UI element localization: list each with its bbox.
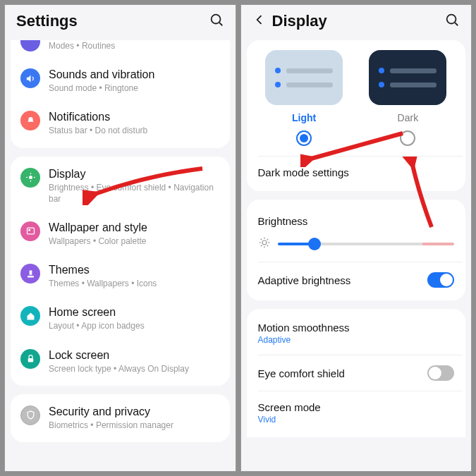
- shield-icon: [20, 405, 40, 425]
- svg-line-11: [455, 23, 458, 25]
- settings-item-label: Themes: [49, 264, 220, 276]
- row-label: Dark mode settings: [258, 166, 349, 178]
- display-screen: Display Light: [240, 4, 472, 472]
- settings-card: Modes • Routines Sounds and vibration So…: [11, 40, 230, 148]
- svg-point-2: [29, 176, 32, 179]
- row-sub: Adaptive: [258, 335, 350, 345]
- brightness-slider-row: [247, 233, 466, 262]
- brightness-card: Brightness Adaptive brightness: [247, 200, 466, 300]
- sun-icon: [20, 168, 40, 188]
- settings-item-label: Home screen: [49, 306, 220, 319]
- search-icon[interactable]: [209, 12, 224, 30]
- image-icon: [20, 221, 40, 241]
- settings-item-label: Notifications: [49, 111, 220, 123]
- adaptive-brightness-row[interactable]: Adaptive brightness: [247, 262, 466, 298]
- svg-line-20: [267, 239, 268, 240]
- settings-item-label: Wallpaper and style: [49, 221, 220, 234]
- screen-mode-row[interactable]: Screen mode Vivid: [247, 391, 466, 434]
- display-list: Light Dark Dark mode settings B: [241, 40, 472, 471]
- settings-item-display[interactable]: Display Brightness • Eye comfort shield …: [11, 159, 230, 213]
- adaptive-brightness-toggle[interactable]: [427, 272, 454, 288]
- modes-icon: [20, 40, 40, 51]
- settings-item-label: Lock screen: [49, 349, 220, 362]
- svg-point-8: [28, 230, 30, 231]
- settings-item-sub: Biometrics • Permission manager: [49, 420, 220, 431]
- brush-icon: [20, 264, 40, 283]
- settings-item-label: Display: [49, 168, 220, 181]
- settings-card: Security and privacy Biometrics • Permis…: [11, 394, 230, 442]
- settings-item-label: Sounds and vibration: [49, 68, 220, 81]
- svg-point-12: [262, 240, 267, 245]
- eye-comfort-row[interactable]: Eye comfort shield: [247, 355, 466, 391]
- brightness-sun-icon: [258, 236, 271, 252]
- display-options-card: Motion smoothness Adaptive Eye comfort s…: [247, 309, 466, 437]
- row-label: Screen mode: [258, 401, 321, 413]
- svg-line-1: [219, 23, 222, 25]
- theme-label-dark: Dark: [398, 112, 419, 123]
- lock-icon: [20, 349, 40, 369]
- back-icon[interactable]: [252, 13, 267, 30]
- home-icon: [20, 306, 40, 326]
- theme-option-dark[interactable]: Dark: [362, 50, 454, 146]
- theme-card: Light Dark Dark mode settings: [247, 40, 466, 191]
- radio-dark[interactable]: [400, 130, 415, 146]
- row-label: Eye comfort shield: [258, 367, 345, 379]
- settings-item-sub: Status bar • Do not disturb: [49, 125, 220, 136]
- settings-item-sounds[interactable]: Sounds and vibration Sound mode • Ringto…: [11, 60, 230, 102]
- settings-item-sub: Brightness • Eye comfort shield • Naviga…: [49, 182, 220, 205]
- settings-item-sub: Wallpapers • Color palette: [49, 236, 220, 247]
- svg-rect-7: [27, 228, 34, 235]
- svg-line-17: [260, 239, 262, 240]
- settings-item-security[interactable]: Security and privacy Biometrics • Permis…: [11, 397, 230, 439]
- settings-item-label: Security and privacy: [49, 405, 220, 418]
- row-sub: Vivid: [258, 415, 321, 425]
- settings-list: Modes • Routines Sounds and vibration So…: [5, 40, 236, 471]
- settings-item-modes[interactable]: Modes • Routines: [11, 40, 230, 60]
- eye-comfort-toggle[interactable]: [427, 365, 454, 381]
- row-label: Brightness: [258, 215, 308, 227]
- svg-point-10: [447, 15, 456, 24]
- settings-item-sub: Sound mode • Ringtone: [49, 83, 220, 94]
- bell-icon: [20, 111, 40, 130]
- dark-mode-settings-row[interactable]: Dark mode settings: [247, 157, 466, 188]
- settings-item-sub: Modes • Routines: [49, 40, 220, 51]
- svg-point-0: [211, 15, 220, 24]
- page-title: Display: [272, 12, 445, 30]
- row-label: Motion smoothness: [258, 322, 350, 334]
- theme-preview-light: [265, 50, 343, 105]
- settings-item-sub: Screen lock type • Always On Display: [49, 363, 220, 374]
- svg-rect-9: [28, 358, 33, 362]
- settings-item-themes[interactable]: Themes Themes • Wallpapers • Icons: [11, 255, 230, 298]
- radio-light[interactable]: [296, 130, 312, 146]
- brightness-slider[interactable]: [278, 243, 455, 245]
- search-icon[interactable]: [444, 12, 460, 30]
- page-title: Settings: [16, 12, 209, 30]
- settings-header: Settings: [5, 5, 236, 40]
- settings-item-home-screen[interactable]: Home screen Layout • App icon badges: [11, 298, 230, 340]
- theme-label-light: Light: [292, 112, 316, 123]
- settings-item-lock-screen[interactable]: Lock screen Screen lock type • Always On…: [11, 341, 230, 383]
- settings-item-sub: Layout • App icon badges: [49, 320, 220, 331]
- settings-item-sub: Themes • Wallpapers • Icons: [49, 278, 220, 289]
- row-label: Adaptive brightness: [258, 274, 351, 286]
- theme-option-light[interactable]: Light: [258, 50, 350, 146]
- svg-line-18: [267, 245, 268, 247]
- settings-screen: Settings Modes • Routines Sounds and vib…: [4, 4, 236, 472]
- theme-preview-dark: [369, 50, 446, 105]
- svg-line-19: [260, 245, 262, 247]
- display-header: Display: [241, 5, 472, 40]
- settings-item-notifications[interactable]: Notifications Status bar • Do not distur…: [11, 102, 230, 145]
- settings-card: Display Brightness • Eye comfort shield …: [11, 157, 230, 386]
- settings-item-wallpaper[interactable]: Wallpaper and style Wallpapers • Color p…: [11, 213, 230, 255]
- volume-icon: [20, 68, 40, 88]
- motion-smoothness-row[interactable]: Motion smoothness Adaptive: [247, 312, 466, 355]
